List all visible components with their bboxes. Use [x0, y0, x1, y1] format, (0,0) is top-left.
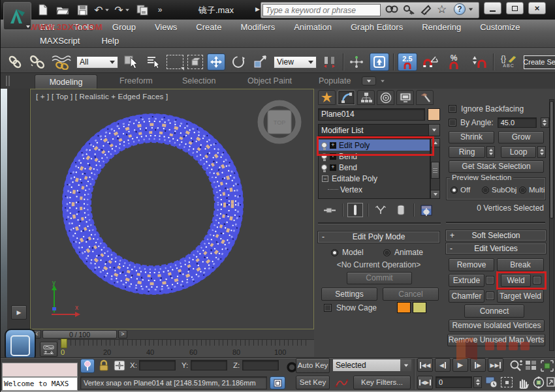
- tab-populate[interactable]: Populate: [319, 76, 351, 85]
- time-ruler[interactable]: 0 20 40 60 80 100: [58, 339, 314, 357]
- viewcube[interactable]: TOP: [255, 98, 304, 146]
- reference-coordinate-dropdown[interactable]: View: [274, 56, 317, 68]
- edit-named-selections-icon[interactable]: {}ABC: [498, 53, 520, 70]
- new-scene-icon[interactable]: [36, 3, 50, 16]
- make-unique-icon[interactable]: [373, 203, 388, 217]
- undo-icon[interactable]: ↶: [94, 3, 110, 16]
- current-frame-field[interactable]: 0: [436, 376, 472, 388]
- loop-button[interactable]: Loop: [501, 146, 536, 158]
- modifier-list-arrow-button[interactable]: [428, 125, 439, 136]
- extrude-settings-button[interactable]: [486, 276, 494, 284]
- radio-model-dot[interactable]: [331, 249, 338, 256]
- zoom-icon[interactable]: [509, 359, 523, 375]
- preview-off-radio[interactable]: [451, 187, 458, 194]
- tab-modeling[interactable]: Modeling: [35, 74, 97, 89]
- help-dropdown-icon[interactable]: [469, 8, 473, 11]
- key-mode-toggle-button[interactable]: ◀▶: [417, 376, 433, 389]
- expand-plus-icon[interactable]: +: [330, 164, 336, 171]
- x-coord-field[interactable]: [139, 360, 176, 370]
- show-end-result-icon[interactable]: [347, 203, 363, 217]
- rollout-edit-poly-mode[interactable]: - Edit Poly Mode: [318, 232, 439, 243]
- zoom-extents-selected-icon[interactable]: [540, 359, 554, 375]
- select-and-move-button[interactable]: [207, 53, 225, 70]
- ignore-backfacing-checkbox[interactable]: [449, 105, 456, 113]
- menu-modifiers[interactable]: Modifiers: [240, 22, 275, 32]
- modifier-onoff-bulb-icon[interactable]: [321, 153, 327, 159]
- shrink-button[interactable]: Shrink: [449, 131, 494, 143]
- app-logo-button[interactable]: [3, 2, 31, 30]
- save-file-icon[interactable]: [75, 3, 89, 16]
- selection-filter-dropdown[interactable]: All: [76, 56, 118, 68]
- ribbon-config-arrow-icon[interactable]: [381, 80, 385, 83]
- previous-frame-button[interactable]: ◀: [435, 358, 451, 372]
- unlink-selection-icon[interactable]: [28, 53, 46, 70]
- menu-rendering[interactable]: Rendering: [422, 22, 461, 32]
- grid-toggle-button[interactable]: [270, 376, 285, 389]
- tab-object-paint[interactable]: Object Paint: [247, 76, 292, 85]
- modifier-onoff-bulb-icon[interactable]: [321, 142, 327, 148]
- zoom-all-icon[interactable]: [524, 359, 539, 375]
- cancel-button[interactable]: Cancel: [383, 288, 439, 301]
- menu-maxscript[interactable]: MAXScript: [40, 36, 80, 46]
- remove-unused-map-verts-button[interactable]: Remove Unused Map Verts: [447, 334, 545, 346]
- hierarchy-tab-icon[interactable]: [357, 90, 375, 105]
- modifier-list-dropdown[interactable]: Modifier List: [318, 124, 440, 136]
- scrollbar-thumb[interactable]: [431, 162, 439, 179]
- redo-icon[interactable]: ↷: [114, 3, 130, 16]
- connect-button[interactable]: Connect: [464, 305, 524, 318]
- menu-customize[interactable]: Customize: [480, 22, 520, 32]
- radio-animate[interactable]: Animate: [383, 248, 423, 257]
- snaps-toggle-2-5-button[interactable]: 2.5: [398, 53, 417, 71]
- maxscript-listener-pink-line[interactable]: [2, 363, 78, 377]
- spinner-snap-icon[interactable]: [468, 53, 489, 70]
- loop-spinner[interactable]: [537, 146, 546, 158]
- stack-item-bend-1[interactable]: + Bend: [319, 151, 430, 162]
- by-angle-field[interactable]: 45.0: [498, 117, 537, 128]
- next-frame-button[interactable]: ▶: [470, 358, 486, 372]
- stack-item-editable-poly[interactable]: − Editable Poly: [319, 173, 430, 184]
- orbit-icon[interactable]: [532, 376, 545, 391]
- tab-selection[interactable]: Selection: [182, 76, 215, 85]
- break-button[interactable]: Break: [497, 258, 544, 271]
- show-cage-checkbox[interactable]: [324, 304, 332, 312]
- time-configuration-icon[interactable]: [485, 376, 498, 391]
- minimize-button[interactable]: [484, 2, 501, 14]
- create-tab-icon[interactable]: [318, 90, 336, 105]
- extrude-button[interactable]: Extrude: [449, 274, 484, 287]
- ribbon-minimize-icon[interactable]: [362, 76, 376, 85]
- remove-modifier-icon[interactable]: [393, 203, 409, 217]
- window-crossing-toggle-icon[interactable]: [187, 55, 203, 69]
- stack-item-bend-2[interactable]: + Bend: [319, 162, 430, 173]
- display-tab-icon[interactable]: [396, 90, 414, 105]
- vertex-snap-toggle-button[interactable]: [80, 359, 95, 373]
- menu-create[interactable]: Create: [196, 22, 221, 32]
- menu-group[interactable]: Group: [112, 22, 136, 32]
- radio-animate-dot[interactable]: [383, 249, 390, 256]
- panel-expand-button[interactable]: ▶: [11, 305, 27, 320]
- close-button[interactable]: ×: [528, 2, 546, 14]
- undo-dropdown-icon[interactable]: [105, 8, 109, 11]
- select-by-name-icon[interactable]: [144, 53, 163, 70]
- communication-center-icon[interactable]: [420, 4, 433, 18]
- auto-key-button[interactable]: Auto Key: [296, 358, 330, 373]
- menu-animation[interactable]: Animation: [294, 22, 332, 32]
- configure-modifier-sets-icon[interactable]: [419, 203, 434, 217]
- named-selection-set-field[interactable]: Create Selection: [524, 55, 555, 69]
- trackbar-right-button[interactable]: >: [118, 330, 127, 339]
- help-icon[interactable]: ?: [454, 3, 466, 15]
- preview-subobj-radio[interactable]: [482, 187, 489, 194]
- goto-end-button[interactable]: ▶▶: [488, 358, 503, 372]
- select-and-scale-icon[interactable]: [251, 53, 270, 70]
- set-key-button[interactable]: Set Key: [296, 376, 330, 389]
- y-coord-field[interactable]: [191, 360, 227, 370]
- cage-color-swatch-yellow[interactable]: [413, 302, 426, 313]
- modifier-onoff-bulb-icon[interactable]: [321, 164, 327, 170]
- utilities-tab-icon[interactable]: [416, 90, 434, 105]
- new-key-curve-icon[interactable]: [334, 376, 349, 389]
- stack-item-edit-poly[interactable]: + Edit Poly: [319, 140, 430, 151]
- command-panel-scrollbar-thumb[interactable]: [550, 101, 554, 219]
- menu-help[interactable]: Help: [101, 36, 119, 46]
- ribbon-handle[interactable]: [6, 76, 10, 86]
- menu-views[interactable]: Views: [155, 22, 177, 32]
- weld-settings-button[interactable]: [533, 276, 541, 284]
